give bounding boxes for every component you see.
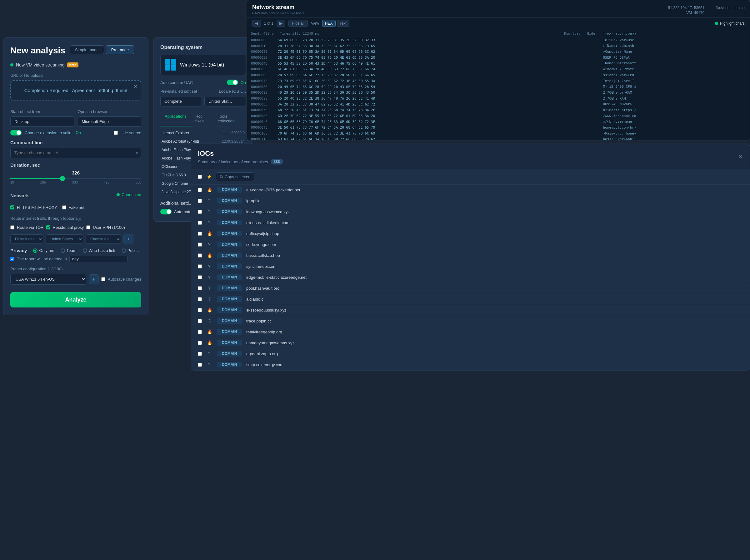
ioc-value: skssoeqouussusyi.xyz — [246, 308, 743, 312]
route-tor-checkbox[interactable] — [10, 225, 14, 229]
locale-dropdown[interactable]: United Stat... — [204, 96, 246, 106]
ioc-checkbox-8[interactable] — [198, 275, 202, 279]
hex-addr: 000000c0 — [251, 107, 276, 113]
autosave-row: Autosave changes — [101, 277, 141, 282]
ns-hide-all-button[interactable]: Hide all — [289, 20, 308, 27]
ns-text-btn[interactable]: Text — [337, 20, 349, 27]
ioc-checkbox-3[interactable] — [198, 221, 202, 225]
question-icon: ? — [206, 220, 213, 225]
ns-prev-button[interactable]: ◀ — [252, 20, 261, 27]
windows-badge[interactable]: Windows 11 (64 bit) — [160, 55, 246, 75]
ioc-checkbox-14[interactable] — [198, 341, 202, 345]
autosave-checkbox[interactable] — [101, 277, 105, 281]
ioc-checkbox-7[interactable] — [198, 264, 202, 268]
file-upload-box[interactable]: ✕ Completion Required_ Agreement_nf0fpL.… — [10, 80, 141, 101]
ioc-checkbox-2[interactable] — [198, 210, 202, 214]
uac-on-label: On — [241, 80, 246, 85]
privacy-public[interactable]: Public — [122, 248, 138, 253]
ioc-checkbox-11[interactable] — [198, 308, 202, 312]
ns-next-button[interactable]: ▶ — [277, 20, 285, 27]
add-preset-button[interactable]: + — [89, 274, 99, 284]
iocs-select-all[interactable] — [198, 175, 202, 179]
ioc-checkbox-1[interactable] — [198, 199, 202, 203]
simple-mode-button[interactable]: Simple mode — [70, 45, 104, 54]
ns-hide-btn-right[interactable]: Hide — [587, 32, 595, 36]
slider-label-3: 495 — [104, 181, 110, 184]
ns-hex-btn[interactable]: HEX — [322, 20, 336, 27]
ioc-value: trace.popin.cc — [246, 319, 743, 324]
fastest-geo-dropdown[interactable]: Fastest geo — [10, 234, 43, 244]
change-extension-label: Change extension to valid — [25, 130, 72, 135]
ioc-checkbox-12[interactable] — [198, 319, 202, 323]
user-vpn-checkbox[interactable] — [86, 225, 90, 229]
tab-applications[interactable]: Applications — [160, 111, 191, 126]
privacy-only-me[interactable]: Only me — [33, 248, 54, 253]
uac-toggle[interactable] — [227, 80, 238, 85]
fake-net-checkbox[interactable] — [62, 205, 66, 209]
ioc-checkbox-0[interactable] — [198, 188, 202, 192]
question-icon: ? — [206, 275, 213, 280]
fire-icon: 🔥 — [206, 231, 213, 236]
new-analysis-panel: New analysis Simple mode Pro mode New VM… — [3, 38, 149, 315]
preinstalled-dropdown[interactable]: Complete — [160, 96, 202, 106]
public-radio[interactable] — [122, 248, 126, 253]
hex-bytes: 28 31 38 3A 35 38 3A 32 33 5C 62 72 2E 5… — [278, 43, 595, 49]
duration-value: 326 — [10, 170, 141, 175]
delete-day-input[interactable] — [70, 256, 127, 262]
https-mitm-checkbox[interactable] — [10, 205, 14, 209]
iocs-close-button[interactable]: ✕ — [738, 153, 743, 161]
delete-checkbox[interactable] — [10, 257, 14, 261]
ioc-checkbox-10[interactable] — [198, 297, 202, 301]
app-name-flash2: Adobe Flash Player — [162, 156, 194, 161]
start-object-row: Start object from Desktop Open in browse… — [10, 105, 141, 127]
command-line-input[interactable] — [10, 148, 141, 158]
open-browser-dropdown[interactable]: Microsoft Edge — [78, 117, 142, 127]
text-line: ssional <br>CPU: — [603, 72, 746, 78]
filter-icon[interactable]: ⚡ — [206, 174, 212, 179]
ioc-checkbox-9[interactable] — [198, 286, 202, 290]
tab-tools[interactable]: Tools collection — [213, 111, 246, 126]
residential-proxy-checkbox[interactable] — [46, 225, 50, 229]
change-extension-toggle[interactable] — [10, 130, 22, 136]
link-radio[interactable] — [83, 248, 87, 253]
ioc-type: DOMAIN — [217, 285, 242, 291]
country-dropdown[interactable]: United States — [46, 234, 83, 244]
change-extension-row: Change extension to valid On Hide source — [10, 130, 141, 136]
ioc-checkbox-4[interactable] — [198, 232, 202, 236]
ioc-checkbox-13[interactable] — [198, 330, 202, 334]
ns-toolbar: ◀ 1 of 1 ▶ Hide all View HEX Text Highli… — [247, 18, 750, 29]
close-upload-icon[interactable]: ✕ — [134, 83, 138, 89]
hide-source-checkbox[interactable] — [114, 131, 118, 135]
pro-mode-button[interactable]: Pro mode — [106, 45, 134, 54]
ioc-checkbox-15[interactable] — [198, 352, 202, 356]
ns-hex-column: Send: 422 b Timeshift: 12249 ms ↓ Downlo… — [247, 29, 599, 141]
ioc-checkbox-6[interactable] — [198, 253, 202, 257]
city-dropdown[interactable]: Choose a c... — [86, 234, 121, 244]
ioc-row: 🔥 DOMAIN uamgayumeqmwemas.xyz — [191, 337, 750, 348]
preset-dropdown[interactable]: USA Win11 64 en-US — [10, 274, 86, 285]
team-radio[interactable] — [61, 248, 65, 253]
network-checkboxes: HTTPS MITM PROXY Fake net — [10, 203, 141, 212]
hex-bytes: 6C 4E 61 6D 65 3A 20 4D 69 63 72 6F 73 6… — [278, 66, 595, 72]
ioc-checkbox-16[interactable] — [198, 363, 202, 367]
hex-addr: 00000070 — [251, 78, 276, 84]
privacy-link[interactable]: Who has a link — [83, 248, 115, 253]
ioc-checkbox-5[interactable] — [198, 243, 202, 247]
question-icon: ? — [206, 351, 213, 356]
iocs-subtitle: Summary of indicators of compromises — [198, 160, 268, 164]
analyze-button[interactable]: Analyze — [10, 292, 141, 308]
hex-bytes: 3E 50 61 73 73 77 6F 72 64 3A 20 68 6F 6… — [278, 125, 595, 131]
copy-selected-button[interactable]: ⧉ Copy selected — [216, 172, 254, 181]
uac-toggle-group: On — [227, 80, 246, 85]
ns-download-btn[interactable]: ↓ Download — [560, 32, 580, 36]
hex-line: 000000303E 43 6F 6D 70 75 74 65 72 20 4E… — [251, 55, 595, 61]
preset-row: USA Win11 64 en-US + Autosave changes — [10, 274, 141, 285]
privacy-team[interactable]: Team — [61, 248, 77, 253]
ioc-value: arpdabl.zapto.org — [246, 352, 743, 356]
tab-hotfixes[interactable]: Hot fixes — [191, 111, 213, 126]
start-object-dropdown[interactable]: Desktop — [10, 117, 74, 127]
automated-toggle[interactable] — [160, 209, 172, 214]
add-geo-button[interactable]: + — [123, 234, 134, 244]
only-me-radio[interactable] — [33, 248, 38, 253]
app-name-ccleaner: CCleaner — [162, 165, 178, 169]
